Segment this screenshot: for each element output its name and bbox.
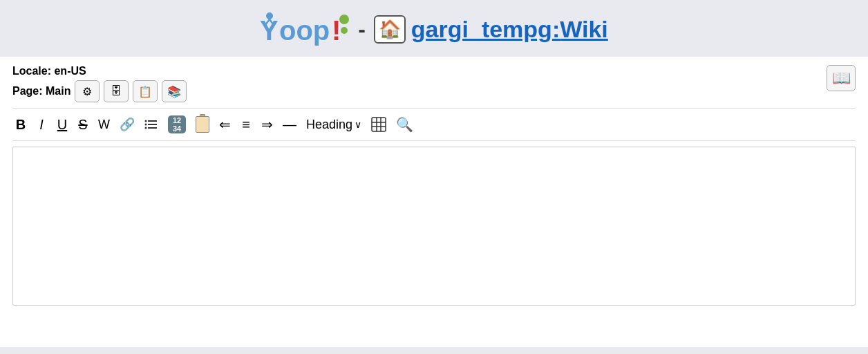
svg-point-16	[145, 127, 147, 129]
svg-point-15	[145, 124, 147, 126]
wiki-format-button[interactable]: W	[95, 116, 113, 133]
home-icon-button[interactable]: 🏠	[374, 15, 406, 44]
align-center-button[interactable]: ≡	[238, 115, 254, 134]
main-content: Locale: en-US Page: Main ⚙ 🗄 📋 📚	[0, 57, 868, 347]
meta-left: Locale: en-US Page: Main ⚙ 🗄 📋 📚	[12, 65, 187, 102]
yoop-logo-svg: Y oop !	[260, 12, 350, 46]
gear-button[interactable]: ⚙	[75, 80, 100, 102]
search-button[interactable]: 🔍	[393, 115, 416, 134]
dash-separator: -	[358, 17, 366, 42]
underline-button[interactable]: U	[54, 115, 70, 134]
yoop-logo: Y oop !	[260, 12, 350, 46]
copy-button[interactable]: 📋	[133, 80, 158, 102]
save-button[interactable]: 🗄	[104, 80, 129, 102]
header-title: Y oop ! - 🏠 gargi_tempg:Wiki	[260, 12, 608, 46]
hr-button[interactable]: —	[280, 115, 299, 134]
colon-separator: :	[552, 16, 560, 42]
link-button[interactable]: 🔗	[117, 115, 138, 133]
books-icon: 📚	[167, 85, 181, 98]
editor-area[interactable]	[12, 147, 856, 306]
list-icon	[144, 118, 158, 131]
book-button-container: 📖	[827, 65, 856, 91]
svg-point-6	[339, 15, 349, 24]
table-icon	[371, 117, 386, 132]
meta-row: Locale: en-US Page: Main ⚙ 🗄 📋 📚	[12, 65, 856, 102]
indent-button[interactable]: ⇒	[258, 115, 276, 134]
svg-text:oop: oop	[279, 15, 330, 46]
app-header: Y oop ! - 🏠 gargi_tempg:Wiki	[0, 0, 868, 57]
site-name: gargi_tempg	[411, 16, 552, 42]
locale-line: Locale: en-US	[12, 65, 187, 77]
clipboard-icon	[196, 116, 209, 133]
list-button[interactable]	[142, 116, 161, 133]
home-icon: 🏠	[379, 19, 401, 40]
page-text: Page: Main	[12, 85, 70, 97]
book-icon: 📖	[832, 69, 851, 87]
heading-label: Heading	[306, 118, 352, 132]
number-list-icon: 12 34	[168, 115, 186, 133]
page-line: Page: Main ⚙ 🗄 📋 📚	[12, 80, 187, 102]
wiki-label: Wiki	[560, 16, 608, 42]
save-icon: 🗄	[111, 85, 122, 97]
books-button[interactable]: 📚	[162, 80, 187, 102]
number-list-button[interactable]: 12 34	[165, 114, 189, 135]
outdent-button[interactable]: ⇐	[216, 115, 234, 134]
book-button[interactable]: 📖	[827, 65, 856, 91]
bold-button[interactable]: B	[12, 115, 29, 134]
svg-point-7	[341, 27, 348, 34]
site-link[interactable]: gargi_tempg:Wiki	[411, 16, 608, 43]
chevron-down-icon: ∨	[355, 119, 361, 130]
strikethrough-button[interactable]: S	[75, 115, 91, 134]
clipboard-button[interactable]	[193, 115, 212, 134]
svg-rect-17	[372, 118, 386, 131]
svg-point-1	[266, 12, 273, 19]
locale-text: Locale: en-US	[12, 65, 86, 77]
table-button[interactable]	[368, 115, 389, 133]
italic-button[interactable]: I	[33, 115, 50, 134]
editor-toolbar: B I U S W 🔗 12 34	[12, 108, 856, 141]
copy-icon: 📋	[138, 85, 152, 98]
gear-icon: ⚙	[82, 85, 92, 98]
heading-dropdown[interactable]: Heading ∨	[303, 116, 364, 133]
svg-point-14	[145, 120, 147, 122]
